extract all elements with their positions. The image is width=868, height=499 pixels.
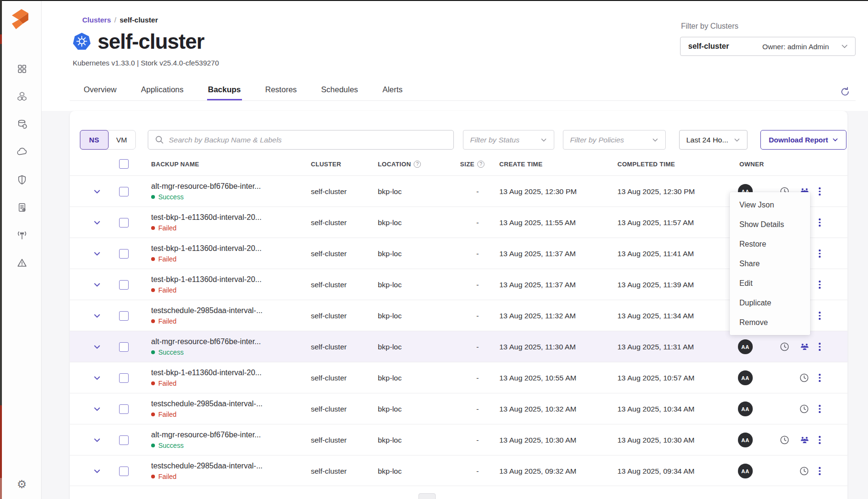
row-checkbox[interactable]	[119, 342, 129, 352]
context-menu-item-restore[interactable]: Restore	[730, 234, 810, 254]
tab-overview[interactable]: Overview	[83, 82, 118, 100]
cluster-filter-dropdown[interactable]: self-cluster Owner: admin Admin	[680, 37, 856, 56]
tab-applications[interactable]: Applications	[140, 82, 185, 100]
backup-name[interactable]: testschedule-2985daa-interval-...	[151, 306, 263, 315]
backup-name[interactable]: test-bkp-1-e11360d-interval-20...	[151, 369, 262, 377]
status-filter-dropdown[interactable]: Filter by Status	[463, 130, 554, 150]
row-checkbox	[119, 393, 129, 424]
create-time-cell: 13 Aug 2025, 11:55 AM	[499, 207, 576, 238]
row-actions-kebab-menu[interactable]	[816, 362, 824, 393]
policies-filter-dropdown[interactable]: Filter by Policies	[563, 130, 666, 150]
row-checkbox[interactable]	[119, 218, 129, 228]
location-cell: bkp-loc	[378, 456, 402, 487]
backup-name[interactable]: testschedule-2985daa-interval-...	[151, 462, 263, 470]
row-checkbox[interactable]	[119, 311, 129, 321]
backup-name[interactable]: test-bkp-1-e11360d-interval-20...	[151, 275, 262, 284]
backup-name[interactable]: alt-mgr-resource-bf676be-inter...	[151, 182, 261, 191]
size-cell: -	[476, 238, 479, 269]
shared-group-icon[interactable]	[800, 436, 809, 444]
expand-row-chevron-icon[interactable]	[93, 362, 104, 393]
row-actions-kebab-menu[interactable]	[816, 456, 824, 487]
tab-alerts[interactable]: Alerts	[382, 82, 404, 100]
completed-time-cell: 13 Aug 2025, 10:57 AM	[617, 362, 694, 393]
clock-icon[interactable]	[780, 342, 790, 352]
vm-segment-button[interactable]: VM	[108, 130, 136, 149]
row-actions-kebab-menu[interactable]	[816, 393, 824, 424]
help-icon[interactable]: ?	[477, 161, 484, 168]
chevron-down-icon	[841, 43, 848, 50]
status-dot-icon	[151, 288, 155, 292]
row-checkbox[interactable]	[119, 373, 129, 383]
select-all-checkbox[interactable]	[119, 159, 129, 169]
row-actions-kebab-menu[interactable]	[816, 269, 824, 300]
backup-restore-icon[interactable]	[16, 119, 28, 130]
context-menu-item-remove[interactable]: Remove	[730, 313, 810, 332]
cluster-filter-value: self-cluster	[688, 42, 729, 51]
context-menu-item-view-json[interactable]: View Json	[730, 195, 810, 215]
expand-row-chevron-icon[interactable]	[93, 456, 104, 487]
expand-row-chevron-icon[interactable]	[93, 238, 104, 269]
security-shield-icon[interactable]	[16, 174, 28, 185]
context-menu-item-show-details[interactable]: Show Details	[730, 215, 810, 234]
row-checkbox[interactable]	[119, 404, 129, 414]
dashboard-grid-icon[interactable]	[16, 63, 28, 75]
row-actions-kebab-menu[interactable]	[816, 300, 824, 331]
breadcrumb-clusters-link[interactable]: Clusters	[82, 16, 111, 24]
context-menu-item-share[interactable]: Share	[730, 254, 810, 273]
pagination-stub[interactable]	[418, 493, 436, 499]
tab-restores[interactable]: Restores	[264, 82, 298, 100]
row-indicator-icons	[773, 362, 809, 393]
row-actions-kebab-menu[interactable]	[816, 176, 824, 207]
settings-gear-icon[interactable]: ⚙	[2, 478, 42, 491]
backup-search	[148, 130, 454, 150]
activity-antenna-icon[interactable]	[16, 229, 28, 241]
status-badge: Failed	[151, 473, 176, 480]
context-menu-item-duplicate[interactable]: Duplicate	[730, 293, 810, 313]
row-actions-kebab-menu[interactable]	[816, 238, 824, 269]
ns-segment-button[interactable]: NS	[80, 130, 109, 150]
status-dot-icon	[151, 350, 155, 354]
refresh-icon[interactable]	[839, 86, 851, 98]
row-actions-kebab-menu[interactable]	[816, 424, 824, 456]
backup-name[interactable]: test-bkp-1-e11360d-interval-20...	[151, 244, 262, 253]
expand-row-chevron-icon[interactable]	[93, 207, 104, 238]
expand-row-chevron-icon[interactable]	[93, 176, 104, 207]
clock-icon[interactable]	[799, 466, 809, 476]
tab-schedules[interactable]: Schedules	[320, 82, 359, 100]
cloud-icon[interactable]	[16, 146, 28, 158]
rules-clipboard-icon[interactable]	[16, 202, 28, 213]
clock-icon[interactable]	[799, 404, 809, 414]
expand-row-chevron-icon[interactable]	[93, 269, 104, 300]
download-report-button[interactable]: Download Report	[760, 130, 846, 150]
help-icon[interactable]: ?	[414, 161, 421, 168]
clock-icon[interactable]	[780, 435, 790, 445]
backup-name[interactable]: testschedule-2985daa-interval-...	[151, 400, 263, 408]
row-checkbox[interactable]	[119, 187, 129, 196]
row-checkbox[interactable]	[119, 280, 129, 290]
row-checkbox	[119, 176, 129, 207]
shared-group-icon[interactable]	[800, 343, 809, 351]
completed-time-cell: 13 Aug 2025, 11:41 AM	[617, 238, 694, 269]
time-range-dropdown[interactable]: Last 24 Ho...	[679, 130, 747, 150]
row-checkbox[interactable]	[119, 466, 129, 476]
page-title: self-cluster	[98, 30, 204, 54]
backup-name[interactable]: test-bkp-1-e11360d-interval-20...	[151, 213, 262, 222]
clusters-cubes-icon[interactable]	[16, 91, 28, 102]
tab-backups[interactable]: Backups	[207, 82, 242, 100]
row-checkbox	[119, 300, 129, 331]
expand-row-chevron-icon[interactable]	[93, 424, 104, 456]
expand-row-chevron-icon[interactable]	[93, 393, 104, 424]
row-actions-kebab-menu[interactable]	[816, 207, 824, 238]
expand-row-chevron-icon[interactable]	[93, 331, 104, 362]
expand-row-chevron-icon[interactable]	[93, 300, 104, 331]
row-checkbox[interactable]	[119, 249, 129, 259]
row-checkbox[interactable]	[119, 435, 129, 445]
create-time-cell: 13 Aug 2025, 11:30 AM	[499, 331, 576, 362]
backup-name[interactable]: alt-mgr-resource-bf676be-inter...	[151, 431, 261, 439]
alerts-warning-icon[interactable]	[16, 257, 28, 269]
backup-name[interactable]: alt-mgr-resource-bf676be-inter...	[151, 337, 261, 346]
search-input[interactable]	[169, 136, 453, 144]
clock-icon[interactable]	[799, 373, 809, 383]
row-actions-kebab-menu[interactable]	[816, 331, 824, 362]
context-menu-item-edit[interactable]: Edit	[730, 273, 810, 293]
